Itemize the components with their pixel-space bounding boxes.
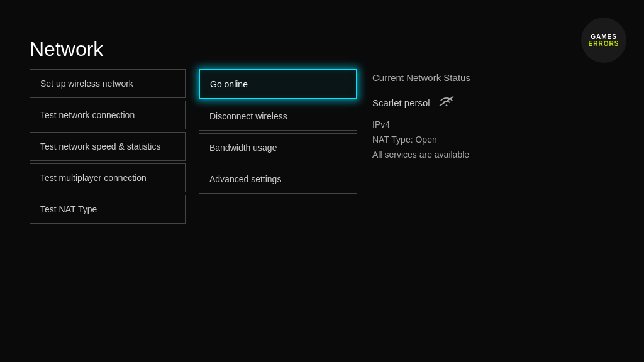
page-title: Network (30, 38, 103, 61)
middle-menu-item-2[interactable]: Bandwidth usage (199, 133, 357, 162)
wifi-icon (438, 94, 455, 111)
left-menu-item-2[interactable]: Test network speed & statistics (30, 132, 186, 161)
left-menu: Set up wireless network Test network con… (30, 69, 186, 224)
left-menu-item-1[interactable]: Test network connection (30, 101, 186, 129)
left-menu-item-0[interactable]: Set up wireless network (30, 69, 186, 98)
network-name: Scarlet persol (372, 97, 430, 108)
middle-menu: Go online Disconnect wireless Bandwidth … (199, 69, 357, 194)
logo-line2: ERRORS (589, 40, 619, 47)
left-menu-item-3[interactable]: Test multiplayer connection (30, 163, 186, 192)
middle-menu-item-3[interactable]: Advanced settings (199, 165, 357, 194)
nat-type-label: NAT Type: Open (372, 134, 548, 145)
logo-line1: GAMES (591, 33, 617, 40)
middle-menu-item-1[interactable]: Disconnect wireless (199, 102, 357, 131)
ipv4-label: IPv4 (372, 119, 548, 129)
svg-point-1 (445, 104, 447, 106)
network-name-row: Scarlet persol (372, 94, 548, 111)
network-status-panel: Current Network Status Scarlet persol IP… (372, 72, 548, 165)
left-menu-item-4[interactable]: Test NAT Type (30, 195, 186, 224)
middle-menu-item-0[interactable]: Go online (199, 69, 357, 99)
status-title: Current Network Status (372, 72, 548, 83)
services-label: All services are available (372, 150, 548, 160)
logo: GAMES ERRORS (581, 18, 626, 63)
